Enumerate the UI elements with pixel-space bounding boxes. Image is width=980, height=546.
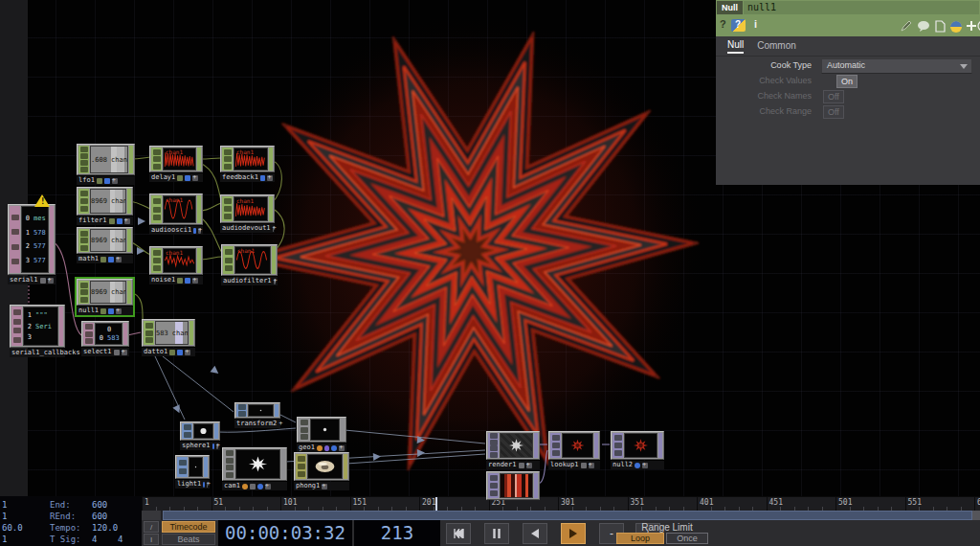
node-noise1[interactable]: chan1 noise1 (149, 246, 203, 284)
timecode-mode-button[interactable]: Timecode (162, 521, 215, 533)
language-icon[interactable] (976, 20, 980, 33)
node-null1-selected[interactable]: 8969 chan null1 (77, 279, 133, 315)
node-viewer[interactable]: 0mes 1578 2577 3577 (21, 206, 49, 273)
cook-type-dropdown[interactable]: Automatic (821, 58, 972, 74)
node-viewer[interactable]: 8969 chan (90, 281, 126, 304)
output-connector[interactable] (127, 189, 131, 214)
add-flag[interactable] (207, 482, 208, 488)
tempo-value[interactable]: 120.0 (92, 523, 118, 533)
render-flag[interactable] (242, 484, 248, 489)
node-lookup1[interactable]: lookup1 (548, 431, 600, 469)
input-rail[interactable] (151, 248, 162, 273)
node-datto1[interactable]: 583 chan datto1 (142, 319, 195, 356)
scrollbar-right-gutter[interactable] (972, 511, 980, 520)
add-flag[interactable] (267, 175, 273, 181)
output-connector[interactable] (127, 229, 131, 252)
node-viewer[interactable]: 1""" 2Seri 3 (23, 307, 58, 346)
tab-null[interactable]: Null (727, 39, 744, 54)
display-flag[interactable] (203, 482, 204, 488)
output-connector[interactable] (197, 248, 201, 273)
output-connector[interactable] (269, 148, 273, 171)
node-cam1[interactable]: cam1 (222, 447, 287, 490)
export-flag[interactable] (185, 278, 190, 284)
play-forward-button[interactable] (561, 523, 586, 544)
viewer-flag[interactable] (177, 175, 183, 181)
tsig-value[interactable]: 4 4 (92, 535, 123, 544)
node-transform2[interactable]: transform2 (234, 402, 280, 428)
node-lfo1[interactable]: .608 chan lfo1 (77, 144, 135, 185)
warning-icon[interactable] (34, 194, 50, 207)
input-rail[interactable] (10, 206, 20, 273)
node-viewer[interactable] (235, 449, 280, 479)
output-connector[interactable] (197, 148, 201, 171)
viewer-flag[interactable] (100, 257, 106, 262)
skip-to-start-button[interactable] (446, 523, 471, 544)
viewer-flag[interactable] (40, 278, 46, 284)
node-viewer[interactable] (248, 404, 274, 417)
input-rail[interactable] (236, 404, 247, 417)
timeline-option-button-1[interactable]: / (144, 521, 159, 533)
add-flag[interactable] (48, 278, 54, 284)
node-filter1[interactable]: 8969 chan filter1 (77, 187, 133, 225)
node-viewer[interactable]: chan1 (234, 196, 268, 221)
input-rail[interactable] (177, 457, 188, 477)
export-flag[interactable] (260, 175, 266, 181)
node-viewer[interactable]: 583 chan (155, 321, 189, 345)
input-rail[interactable] (11, 307, 22, 346)
loop-button[interactable]: Loop (616, 533, 664, 544)
viewer-flag[interactable] (250, 484, 256, 489)
viewer-flag[interactable] (114, 350, 120, 355)
display-flag[interactable] (257, 484, 263, 489)
node-feedback1[interactable]: chan1 feedback1 (220, 146, 275, 182)
add-flag[interactable] (322, 484, 327, 489)
add-flag[interactable] (589, 463, 594, 468)
display-flag[interactable] (331, 445, 337, 451)
node-audioosci1[interactable]: chan1 audioosci1 (149, 193, 203, 235)
input-rail[interactable] (78, 281, 89, 304)
output-connector[interactable] (50, 206, 54, 273)
output-connector[interactable] (272, 246, 276, 274)
output-connector[interactable] (197, 195, 201, 223)
node-light1[interactable]: light1 (175, 455, 210, 489)
playhead[interactable] (435, 497, 437, 511)
pause-button[interactable] (484, 523, 509, 544)
node-audiodevout1[interactable]: chan1 audiodevout1 (220, 194, 275, 233)
output-connector[interactable] (214, 423, 218, 439)
input-rail[interactable] (83, 323, 94, 345)
node-geo1[interactable]: geo1 (297, 417, 346, 452)
add-flag[interactable] (116, 257, 122, 262)
scrollbar-left-gutter[interactable] (142, 511, 161, 520)
viewer-flag[interactable] (519, 463, 524, 468)
node-viewer[interactable] (193, 423, 213, 439)
node-viewer[interactable] (189, 457, 203, 477)
node-viewer[interactable] (310, 419, 340, 441)
output-connector[interactable] (204, 457, 208, 477)
input-rail[interactable] (78, 229, 89, 252)
input-rail[interactable] (296, 454, 306, 479)
add-flag[interactable] (526, 463, 532, 468)
output-connector[interactable] (129, 146, 133, 173)
input-rail[interactable] (144, 321, 154, 345)
once-button[interactable]: Once (666, 533, 708, 544)
export-flag[interactable] (104, 178, 110, 184)
add-flag[interactable] (274, 279, 276, 284)
node-ramp-top[interactable] (486, 471, 540, 500)
timeline-option-button-2[interactable]: I (144, 534, 159, 545)
output-connector[interactable] (269, 196, 273, 221)
timeline-ruler[interactable]: 151101151201251301351401451501551601 (142, 496, 980, 511)
input-rail[interactable] (222, 196, 233, 221)
output-connector[interactable] (534, 473, 538, 498)
beats-mode-button[interactable]: Beats (162, 534, 215, 545)
output-connector[interactable] (344, 454, 347, 479)
scrollbar-thumb[interactable] (163, 511, 972, 520)
check-names-toggle[interactable]: Off (823, 90, 844, 103)
export-flag[interactable] (108, 308, 114, 314)
node-viewer[interactable]: chan1 (163, 248, 196, 273)
check-values-toggle[interactable]: On (836, 75, 858, 88)
comment-icon[interactable] (917, 20, 930, 33)
input-rail[interactable] (488, 473, 499, 498)
ramp-thumb[interactable] (500, 473, 533, 498)
add-flag[interactable] (265, 484, 271, 489)
node-serial1[interactable]: 0mes 1578 2577 3577 serial1 (8, 204, 56, 284)
output-connector[interactable] (127, 281, 131, 304)
